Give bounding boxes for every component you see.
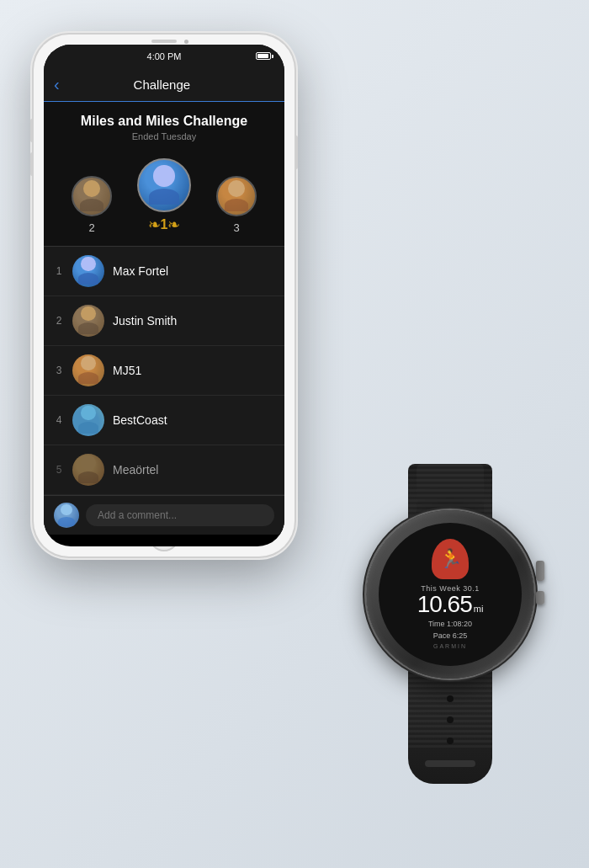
podium-3rd-avatar	[216, 176, 257, 216]
list-item[interactable]: 5 Meaörtel	[44, 445, 284, 495]
list-item[interactable]: 4 BestCoast	[44, 396, 284, 445]
watch-time-label: Time 1:08:20	[428, 620, 472, 628]
podium-1st-rank: ❧ 1 ❧	[148, 216, 181, 234]
list-item[interactable]: 1 Max Fortel	[44, 247, 284, 296]
podium-1st-number: 1	[161, 217, 168, 232]
rank-4: 4	[54, 414, 64, 426]
podium-1st-avatar	[137, 158, 191, 212]
power-button	[294, 136, 298, 169]
battery-icon	[256, 52, 271, 60]
nav-title: Challenge	[66, 77, 257, 92]
leader-5-name: Meaörtel	[113, 463, 158, 477]
status-time: 4:00 PM	[147, 51, 182, 61]
comment-avatar	[54, 503, 79, 528]
leader-3-name: MJ51	[113, 364, 141, 377]
band-hole-3	[447, 716, 454, 723]
run-figure-icon: 🏃	[439, 548, 462, 570]
leader-4-name: BestCoast	[113, 413, 167, 427]
list-item[interactable]: 2 Justin Smith	[44, 296, 284, 346]
laurel-left-icon: ❧	[148, 216, 161, 234]
watch-screen: 🏃 This Week 30.1 10.65 mi Time 1:08:20 P…	[379, 523, 522, 666]
rank-1: 1	[54, 265, 64, 277]
watch-unit: mi	[474, 604, 484, 614]
podium-2nd: 2	[72, 176, 112, 234]
podium-2nd-rank: 2	[88, 221, 94, 234]
rank-5: 5	[54, 464, 64, 476]
scene: 4:00 PM ‹ Challenge Miles and Miles Chal…	[8, 18, 581, 851]
leader-2-avatar	[72, 305, 104, 337]
rank-3: 3	[54, 365, 64, 376]
back-button[interactable]: ‹	[54, 75, 60, 94]
laurel-right-icon: ❧	[167, 216, 180, 234]
watch-brand-label: GARMIN	[433, 643, 467, 649]
watch-distance-value: 10.65	[417, 593, 472, 616]
leader-5-avatar	[72, 454, 104, 486]
leader-1-name: Max Fortel	[113, 264, 168, 278]
phone-device: 4:00 PM ‹ Challenge Miles and Miles Chal…	[34, 35, 294, 556]
leader-3-avatar	[72, 354, 104, 386]
podium: 2 ❧ 1 ❧	[44, 150, 284, 246]
comment-bar	[44, 495, 284, 535]
leader-1-avatar	[72, 255, 104, 287]
band-hole-2	[447, 695, 454, 702]
watch-main-stat: 10.65 mi	[417, 593, 484, 616]
list-item[interactable]: 3 MJ51	[44, 346, 284, 396]
podium-2nd-avatar	[72, 176, 112, 216]
watch-crown-2	[536, 591, 544, 604]
band-hole-4	[447, 738, 454, 744]
volume-down-button	[30, 152, 34, 176]
podium-3rd-rank: 3	[233, 221, 239, 234]
challenge-header: Miles and Miles Challenge Ended Tuesday	[44, 102, 284, 150]
leader-4-avatar	[72, 404, 104, 436]
watch-device: 🏃 This Week 30.1 10.65 mi Time 1:08:20 P…	[332, 464, 568, 784]
leader-2-name: Justin Smith	[113, 314, 177, 327]
navigation-bar: ‹ Challenge	[44, 68, 284, 102]
status-bar: 4:00 PM	[44, 45, 284, 68]
phone-camera	[184, 40, 188, 44]
watch-case: 🏃 This Week 30.1 10.65 mi Time 1:08:20 P…	[366, 510, 534, 679]
challenge-title: Miles and Miles Challenge	[54, 114, 274, 129]
watch-crown	[536, 561, 544, 581]
watch-bezel: 🏃 This Week 30.1 10.65 mi Time 1:08:20 P…	[366, 510, 534, 679]
podium-1st: ❧ 1 ❧	[137, 158, 191, 234]
leaderboard: 1 Max Fortel 2	[44, 246, 284, 495]
phone-screen: 4:00 PM ‹ Challenge Miles and Miles Chal…	[44, 45, 284, 546]
watch-pace-label: Pace 6:25	[433, 631, 468, 640]
phone-speaker	[151, 40, 177, 43]
podium-3rd: 3	[216, 176, 257, 234]
rank-2: 2	[54, 315, 64, 327]
volume-up-button	[30, 119, 34, 142]
challenge-subtitle: Ended Tuesday	[54, 131, 274, 141]
content-area: Miles and Miles Challenge Ended Tuesday	[44, 102, 284, 535]
comment-input[interactable]	[86, 504, 274, 526]
shield-icon: 🏃	[432, 539, 469, 579]
